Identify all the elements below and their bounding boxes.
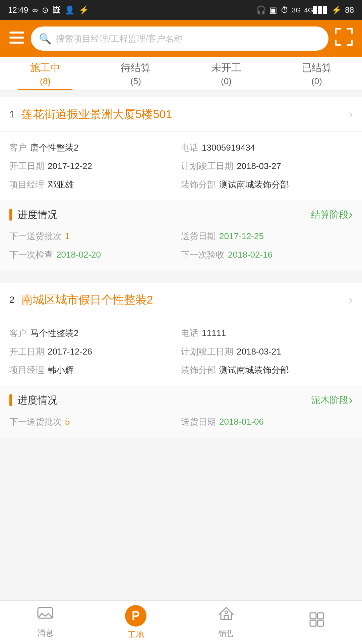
chevron-right-icon-1: ›: [349, 107, 353, 121]
acceptance-value-1: 2018-02-16: [228, 250, 273, 260]
svg-rect-0: [9, 32, 24, 34]
chevron-right-icon-2: ›: [349, 293, 353, 307]
signal-3g: 3G: [292, 6, 301, 14]
detail-row-dates-2: 开工日期 2017-12-26 计划竣工日期 2018-03-21: [9, 342, 353, 361]
svg-rect-2: [9, 42, 24, 44]
batch-label-1: 下一送货批次: [9, 230, 62, 242]
detail-row-dates-1: 开工日期 2017-12-22 计划竣工日期 2018-03-27: [9, 157, 353, 175]
customer-label-2: 客户: [9, 327, 27, 339]
manager-label-2: 项目经理: [9, 364, 44, 376]
sales-icon: [218, 606, 234, 626]
progress-header-2: 进度情况 泥木阶段 ›: [9, 393, 353, 407]
chevron-right-icon-progress-2: ›: [349, 393, 353, 407]
tab-not-started[interactable]: 未开工 (0): [181, 57, 272, 90]
project-header-2[interactable]: 2 南城区城市假日个性整装2 ›: [0, 283, 362, 317]
progress-section-1: 进度情况 结算阶段 › 下一送货批次 1 送货日期 2017-12-25: [0, 201, 362, 271]
detail-manager-2: 项目经理 韩小辉: [9, 364, 181, 376]
nav-site[interactable]: P 工地: [90, 601, 181, 644]
nav-more[interactable]: [272, 601, 362, 644]
nav-message[interactable]: 消息: [0, 601, 90, 644]
tab-pending[interactable]: 待结算 (5): [90, 57, 181, 90]
tab-not-started-count: (0): [221, 76, 232, 87]
tab-settled-count: (0): [311, 76, 322, 87]
status-right: 🎧 ▣ ⏱ 3G 4G▊▊▊ ⚡ 88: [256, 5, 354, 15]
lightning-icon: ⚡: [331, 5, 342, 15]
delivery-date-label-2: 送货日期: [181, 416, 216, 428]
svg-rect-14: [310, 613, 316, 619]
detail-customer-1: 客户 唐个性整装2: [9, 142, 181, 154]
detail-dept-2: 装饰分部 测试南城装饰分部: [181, 364, 353, 376]
progress-rows-1: 下一送货批次 1 送货日期 2017-12-25 下一次检查 2018-02-2…: [9, 227, 353, 264]
plan-end-label-1: 计划竣工日期: [181, 160, 233, 172]
detail-row-customer-phone-1: 客户 唐个性整装2 电话 13005919434: [9, 139, 353, 157]
tab-not-started-label: 未开工: [211, 61, 241, 75]
progress-section-2: 进度情况 泥木阶段 › 下一送货批次 5 送货日期 2018-01-06: [0, 386, 362, 438]
tab-in-progress[interactable]: 施工中 (8): [0, 57, 90, 90]
detail-phone-1: 电话 13005919434: [181, 142, 353, 154]
nav-sales[interactable]: 销售: [181, 601, 272, 644]
tab-settled[interactable]: 已结算 (0): [272, 57, 362, 90]
manager-label-1: 项目经理: [9, 179, 44, 191]
battery: 88: [345, 5, 354, 15]
menu-icon[interactable]: [9, 32, 24, 46]
phone-label-2: 电话: [181, 327, 198, 339]
customer-value-2: 马个性整装2: [30, 327, 78, 339]
status-left: 12:49 ∞ ⊙ 🖼 👤 ⚡: [8, 5, 89, 15]
detail-dept-1: 装饰分部 测试南城装饰分部: [181, 179, 353, 191]
headphone-icon: 🎧: [256, 5, 266, 15]
person-icon: 👤: [65, 5, 75, 15]
plan-end-label-2: 计划竣工日期: [181, 346, 233, 358]
phone-value-2: 11111: [202, 328, 226, 338]
progress-row-delivery-1: 下一送货批次 1 送货日期 2017-12-25: [9, 227, 353, 246]
detail-phone-2: 电话 11111: [181, 327, 353, 339]
svg-rect-6: [351, 28, 353, 34]
status-bar: 12:49 ∞ ⊙ 🖼 👤 ⚡ 🎧 ▣ ⏱ 3G 4G▊▊▊ ⚡ 88: [0, 0, 362, 20]
clock-icon: ⏱: [281, 5, 289, 15]
start-date-label-2: 开工日期: [9, 346, 44, 358]
svg-point-13: [225, 611, 228, 613]
project-num-1: 1: [9, 109, 15, 120]
message-icon: [37, 607, 53, 625]
nav-site-label: 工地: [128, 629, 144, 640]
progress-stage-2[interactable]: 泥木阶段: [311, 394, 349, 407]
alarm-icon: ⊙: [42, 5, 49, 15]
project-card-2: 2 南城区城市假日个性整装2 › 客户 马个性整装2 电话 11111 开工日期…: [0, 283, 362, 438]
plan-end-value-1: 2018-03-27: [237, 161, 281, 171]
search-placeholder: 搜索项目经理/工程监理/客户名称: [56, 33, 183, 45]
detail-plan-end-1: 计划竣工日期 2018-03-27: [181, 160, 353, 172]
delivery-date-value-2: 2018-01-06: [219, 417, 264, 427]
dept-label-1: 装饰分部: [181, 179, 216, 191]
photo-icon: 🖼: [53, 5, 61, 15]
batch-value-1: 1: [65, 231, 70, 241]
progress-item-inspection-1: 下一次检查 2018-02-20: [9, 249, 181, 261]
detail-start-date-2: 开工日期 2017-12-26: [9, 346, 181, 358]
time: 12:49: [8, 5, 28, 15]
nav-message-label: 消息: [37, 628, 53, 638]
progress-item-batch-1: 下一送货批次 1: [9, 230, 181, 242]
detail-start-date-1: 开工日期 2017-12-22: [9, 160, 181, 172]
inspection-value-1: 2018-02-20: [56, 250, 101, 260]
progress-bar-indicator-2: [9, 394, 12, 406]
detail-row-manager-dept-1: 项目经理 邓亚雄 装饰分部 测试南城装饰分部: [9, 175, 353, 194]
project-header-1[interactable]: 1 莲花街道振业景洲大厦5楼501 ›: [0, 97, 362, 132]
detail-customer-2: 客户 马个性整装2: [9, 327, 181, 339]
manager-value-2: 韩小辉: [48, 364, 74, 376]
progress-stage-1[interactable]: 结算阶段: [311, 208, 349, 221]
project-details-1: 客户 唐个性整装2 电话 13005919434 开工日期 2017-12-22…: [0, 132, 362, 201]
search-bar[interactable]: 🔍 搜索项目经理/工程监理/客户名称: [31, 26, 328, 51]
progress-row-inspection-1: 下一次检查 2018-02-20 下一次验收 2018-02-16: [9, 246, 353, 264]
customer-label-1: 客户: [9, 142, 27, 154]
progress-bar-indicator-1: [9, 209, 12, 221]
more-icon: [309, 611, 325, 631]
phone-label-1: 电话: [181, 142, 198, 154]
svg-rect-15: [317, 613, 323, 619]
start-date-label-1: 开工日期: [9, 160, 44, 172]
progress-title-2: 进度情况: [17, 393, 311, 407]
detail-row-manager-dept-2: 项目经理 韩小辉 装饰分部 测试南城装饰分部: [9, 361, 353, 379]
svg-rect-1: [9, 37, 24, 39]
scan-icon[interactable]: [335, 28, 353, 49]
progress-header-1: 进度情况 结算阶段 ›: [9, 208, 353, 222]
tab-bar: 施工中 (8) 待结算 (5) 未开工 (0) 已结算 (0): [0, 57, 362, 91]
tab-pending-label: 待结算: [121, 61, 151, 75]
svg-rect-12: [224, 615, 228, 620]
